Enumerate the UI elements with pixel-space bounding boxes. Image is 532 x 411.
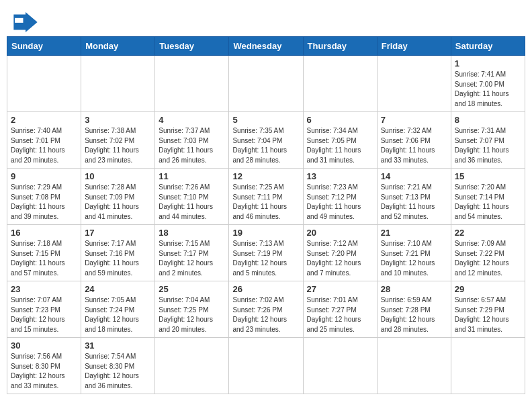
weekday-header-saturday: Saturday: [451, 37, 525, 56]
day-number: 19: [232, 228, 299, 238]
day-info: Sunrise: 7:56 AM Sunset: 8:30 PM Dayligh…: [11, 352, 77, 391]
day-info: Sunrise: 7:15 AM Sunset: 7:17 PM Dayligh…: [159, 239, 225, 278]
calendar-cell: 31Sunrise: 7:54 AM Sunset: 8:30 PM Dayli…: [81, 338, 155, 394]
calendar-cell: 24Sunrise: 7:05 AM Sunset: 7:24 PM Dayli…: [81, 281, 155, 338]
day-number: 25: [159, 284, 225, 294]
day-info: Sunrise: 7:25 AM Sunset: 7:11 PM Dayligh…: [232, 183, 299, 222]
day-info: Sunrise: 7:07 AM Sunset: 7:23 PM Dayligh…: [11, 295, 77, 334]
day-info: Sunrise: 7:54 AM Sunset: 8:30 PM Dayligh…: [85, 352, 151, 391]
day-info: Sunrise: 7:29 AM Sunset: 7:08 PM Dayligh…: [11, 183, 77, 222]
day-number: 23: [11, 284, 77, 294]
day-number: 20: [307, 228, 373, 238]
day-number: 28: [381, 284, 447, 294]
day-number: 12: [232, 171, 299, 181]
svg-rect-2: [15, 18, 23, 23]
day-number: 8: [455, 115, 521, 125]
day-number: 30: [11, 340, 77, 351]
weekday-header-wednesday: Wednesday: [229, 37, 303, 56]
calendar-cell: 8Sunrise: 7:31 AM Sunset: 7:07 PM Daylig…: [451, 112, 525, 169]
weekday-header-sunday: Sunday: [7, 37, 81, 56]
calendar-cell: 17Sunrise: 7:17 AM Sunset: 7:16 PM Dayli…: [81, 225, 155, 281]
calendar-week-row-5: 23Sunrise: 7:07 AM Sunset: 7:23 PM Dayli…: [7, 281, 525, 338]
calendar-cell: 11Sunrise: 7:26 AM Sunset: 7:10 PM Dayli…: [155, 169, 229, 225]
logo-icon: [13, 12, 38, 32]
day-number: 11: [159, 171, 225, 181]
day-number: 7: [381, 115, 447, 125]
calendar-cell: 7Sunrise: 7:32 AM Sunset: 7:06 PM Daylig…: [377, 112, 451, 169]
calendar-cell: 25Sunrise: 7:04 AM Sunset: 7:25 PM Dayli…: [155, 281, 229, 338]
day-number: 27: [307, 284, 373, 294]
calendar-cell: [229, 338, 303, 394]
calendar-cell: 9Sunrise: 7:29 AM Sunset: 7:08 PM Daylig…: [7, 169, 81, 225]
day-number: 24: [85, 284, 151, 294]
calendar-cell: 4Sunrise: 7:37 AM Sunset: 7:03 PM Daylig…: [155, 112, 229, 169]
calendar-cell: 22Sunrise: 7:09 AM Sunset: 7:22 PM Dayli…: [451, 225, 525, 281]
calendar-cell: [303, 338, 377, 394]
day-info: Sunrise: 7:18 AM Sunset: 7:15 PM Dayligh…: [11, 239, 77, 278]
calendar-cell: 12Sunrise: 7:25 AM Sunset: 7:11 PM Dayli…: [229, 169, 303, 225]
calendar-week-row-2: 2Sunrise: 7:40 AM Sunset: 7:01 PM Daylig…: [7, 112, 525, 169]
day-number: 22: [455, 228, 521, 238]
calendar-cell: 18Sunrise: 7:15 AM Sunset: 7:17 PM Dayli…: [155, 225, 229, 281]
calendar-cell: 29Sunrise: 6:57 AM Sunset: 7:29 PM Dayli…: [451, 281, 525, 338]
day-info: Sunrise: 7:09 AM Sunset: 7:22 PM Dayligh…: [455, 239, 521, 278]
calendar-cell: 26Sunrise: 7:02 AM Sunset: 7:26 PM Dayli…: [229, 281, 303, 338]
calendar-cell: 1Sunrise: 7:41 AM Sunset: 7:00 PM Daylig…: [451, 56, 525, 112]
day-number: 21: [381, 228, 447, 238]
calendar-cell: [7, 56, 81, 112]
day-info: Sunrise: 7:04 AM Sunset: 7:25 PM Dayligh…: [159, 295, 225, 334]
calendar-cell: [155, 338, 229, 394]
day-number: 9: [11, 171, 77, 181]
weekday-header-friday: Friday: [377, 37, 451, 56]
calendar-week-row-6: 30Sunrise: 7:56 AM Sunset: 8:30 PM Dayli…: [7, 338, 525, 394]
day-info: Sunrise: 7:12 AM Sunset: 7:20 PM Dayligh…: [307, 239, 373, 278]
day-info: Sunrise: 7:02 AM Sunset: 7:26 PM Dayligh…: [232, 295, 299, 334]
day-info: Sunrise: 7:23 AM Sunset: 7:12 PM Dayligh…: [307, 183, 373, 222]
day-number: 6: [307, 115, 373, 125]
calendar-cell: 16Sunrise: 7:18 AM Sunset: 7:15 PM Dayli…: [7, 225, 81, 281]
day-number: 4: [159, 115, 225, 125]
calendar-cell: 30Sunrise: 7:56 AM Sunset: 8:30 PM Dayli…: [7, 338, 81, 394]
calendar-cell: [81, 56, 155, 112]
day-info: Sunrise: 7:37 AM Sunset: 7:03 PM Dayligh…: [159, 126, 225, 165]
calendar-cell: [377, 338, 451, 394]
calendar-cell: 21Sunrise: 7:10 AM Sunset: 7:21 PM Dayli…: [377, 225, 451, 281]
calendar-cell: 2Sunrise: 7:40 AM Sunset: 7:01 PM Daylig…: [7, 112, 81, 169]
calendar-cell: 5Sunrise: 7:35 AM Sunset: 7:04 PM Daylig…: [229, 112, 303, 169]
calendar-cell: [155, 56, 229, 112]
calendar-cell: [303, 56, 377, 112]
day-info: Sunrise: 6:57 AM Sunset: 7:29 PM Dayligh…: [455, 295, 521, 334]
day-number: 13: [307, 171, 373, 181]
svg-marker-1: [26, 12, 38, 32]
calendar-table: SundayMondayTuesdayWednesdayThursdayFrid…: [7, 36, 525, 394]
day-number: 29: [455, 284, 521, 294]
logo: [13, 12, 40, 32]
calendar-week-row-4: 16Sunrise: 7:18 AM Sunset: 7:15 PM Dayli…: [7, 225, 525, 281]
day-info: Sunrise: 7:40 AM Sunset: 7:01 PM Dayligh…: [11, 126, 77, 165]
day-info: Sunrise: 7:31 AM Sunset: 7:07 PM Dayligh…: [455, 126, 521, 165]
calendar-cell: [377, 56, 451, 112]
calendar-cell: 15Sunrise: 7:20 AM Sunset: 7:14 PM Dayli…: [451, 169, 525, 225]
day-info: Sunrise: 7:41 AM Sunset: 7:00 PM Dayligh…: [455, 70, 521, 109]
calendar-cell: 23Sunrise: 7:07 AM Sunset: 7:23 PM Dayli…: [7, 281, 81, 338]
day-info: Sunrise: 6:59 AM Sunset: 7:28 PM Dayligh…: [381, 295, 447, 334]
day-number: 1: [455, 58, 521, 68]
day-number: 15: [455, 171, 521, 181]
day-number: 5: [232, 115, 299, 125]
day-info: Sunrise: 7:01 AM Sunset: 7:27 PM Dayligh…: [307, 295, 373, 334]
weekday-header-tuesday: Tuesday: [155, 37, 229, 56]
calendar-cell: 14Sunrise: 7:21 AM Sunset: 7:13 PM Dayli…: [377, 169, 451, 225]
calendar-cell: 6Sunrise: 7:34 AM Sunset: 7:05 PM Daylig…: [303, 112, 377, 169]
day-info: Sunrise: 7:35 AM Sunset: 7:04 PM Dayligh…: [232, 126, 299, 165]
day-info: Sunrise: 7:20 AM Sunset: 7:14 PM Dayligh…: [455, 183, 521, 222]
page-header: [7, 7, 525, 36]
day-info: Sunrise: 7:26 AM Sunset: 7:10 PM Dayligh…: [159, 183, 225, 222]
day-info: Sunrise: 7:38 AM Sunset: 7:02 PM Dayligh…: [85, 126, 151, 165]
calendar-cell: [229, 56, 303, 112]
day-info: Sunrise: 7:17 AM Sunset: 7:16 PM Dayligh…: [85, 239, 151, 278]
weekday-header-monday: Monday: [81, 37, 155, 56]
day-info: Sunrise: 7:05 AM Sunset: 7:24 PM Dayligh…: [85, 295, 151, 334]
calendar-cell: 20Sunrise: 7:12 AM Sunset: 7:20 PM Dayli…: [303, 225, 377, 281]
calendar-cell: [451, 338, 525, 394]
calendar-cell: 13Sunrise: 7:23 AM Sunset: 7:12 PM Dayli…: [303, 169, 377, 225]
